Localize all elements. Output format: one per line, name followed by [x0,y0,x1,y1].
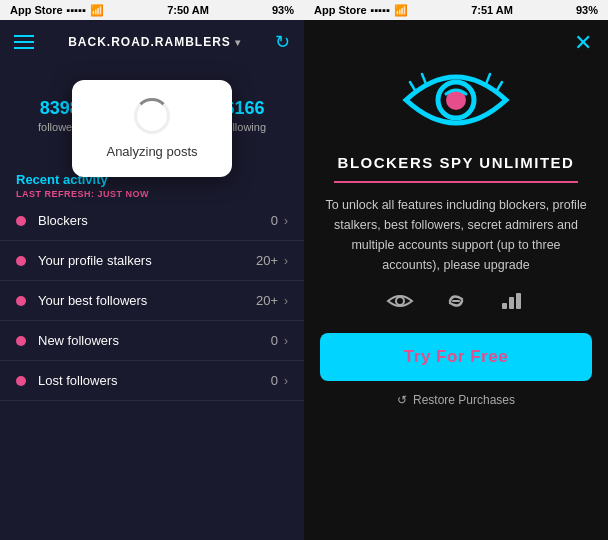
dot-icon [16,216,26,226]
item-count: 0 [271,333,278,348]
item-count: 0 [271,373,278,388]
item-count: 20+ [256,293,278,308]
svg-point-2 [396,297,404,305]
right-wifi-icon: 📶 [394,4,408,17]
item-count: 20+ [256,253,278,268]
app-store-label-left: App Store [10,4,63,16]
right-time: 7:51 AM [471,4,513,16]
left-panel: App Store ▪▪▪▪▪ 📶 7:50 AM 93% BACK.ROAD.… [0,0,304,540]
list-item[interactable]: Your best followers 20+ › [0,281,304,321]
section-subtitle: LAST REFRESH: JUST NOW [16,189,288,199]
dot-icon [16,256,26,266]
right-panel: App Store ▪▪▪▪▪ 📶 7:51 AM 93% ✕ [304,0,608,540]
chevron-right-icon: › [284,254,288,268]
upgrade-title: BLOCKERS SPY UNLIMITED [338,154,575,171]
item-label: Your best followers [38,293,256,308]
list-item[interactable]: New followers 0 › [0,321,304,361]
list-item[interactable]: Blockers 0 › [0,201,304,241]
item-count: 0 [271,213,278,228]
app-store-label-right: App Store [314,4,367,16]
upgrade-description: To unlock all features including blocker… [304,195,608,275]
nav-chevron-icon: ▾ [235,37,241,48]
chart-feature-icon [498,291,526,317]
try-for-free-button[interactable]: Try For Free [320,333,592,381]
eye-icon-wrap [396,64,516,140]
right-battery: 93% [576,4,598,16]
analyzing-modal: Analyzing posts [72,80,232,177]
svg-rect-4 [502,303,507,309]
nav-bar: BACK.ROAD.RAMBLERS ▾ ↻ [0,20,304,64]
left-battery: 93% [272,4,294,16]
activity-list: Blockers 0 › Your profile stalkers 20+ ›… [0,201,304,540]
restore-purchases[interactable]: ↺ Restore Purchases [397,393,515,407]
left-status-bar: App Store ▪▪▪▪▪ 📶 7:50 AM 93% [0,0,304,20]
item-label: Your profile stalkers [38,253,256,268]
restore-icon: ↺ [397,393,407,407]
item-label: Blockers [38,213,271,228]
dot-icon [16,336,26,346]
right-status-bar: App Store ▪▪▪▪▪ 📶 7:51 AM 93% [304,0,608,20]
left-time: 7:50 AM [167,4,209,16]
link-feature-icon [442,291,470,317]
feature-icons [386,291,526,317]
dot-icon [16,376,26,386]
item-label: Lost followers [38,373,271,388]
chevron-right-icon: › [284,294,288,308]
refresh-button[interactable]: ↻ [275,31,290,53]
right-signal-icon: ▪▪▪▪▪ [371,4,391,16]
close-bar: ✕ [304,20,608,56]
chevron-right-icon: › [284,374,288,388]
svg-rect-5 [509,297,514,309]
chevron-right-icon: › [284,334,288,348]
chevron-right-icon: › [284,214,288,228]
wifi-icon: 📶 [90,4,104,17]
hamburger-menu[interactable] [14,35,34,49]
signal-icon: ▪▪▪▪▪ [67,4,87,16]
restore-label: Restore Purchases [413,393,515,407]
item-label: New followers [38,333,271,348]
list-item[interactable]: Your profile stalkers 20+ › [0,241,304,281]
nav-title[interactable]: BACK.ROAD.RAMBLERS ▾ [68,35,241,49]
spinner-icon [134,98,170,134]
divider [334,181,577,183]
close-button[interactable]: ✕ [574,30,592,56]
svg-rect-6 [516,293,521,309]
analyzing-text: Analyzing posts [100,144,204,159]
eye-icon [396,64,516,136]
eye-feature-icon [386,291,414,317]
dot-icon [16,296,26,306]
list-item[interactable]: Lost followers 0 › [0,361,304,401]
